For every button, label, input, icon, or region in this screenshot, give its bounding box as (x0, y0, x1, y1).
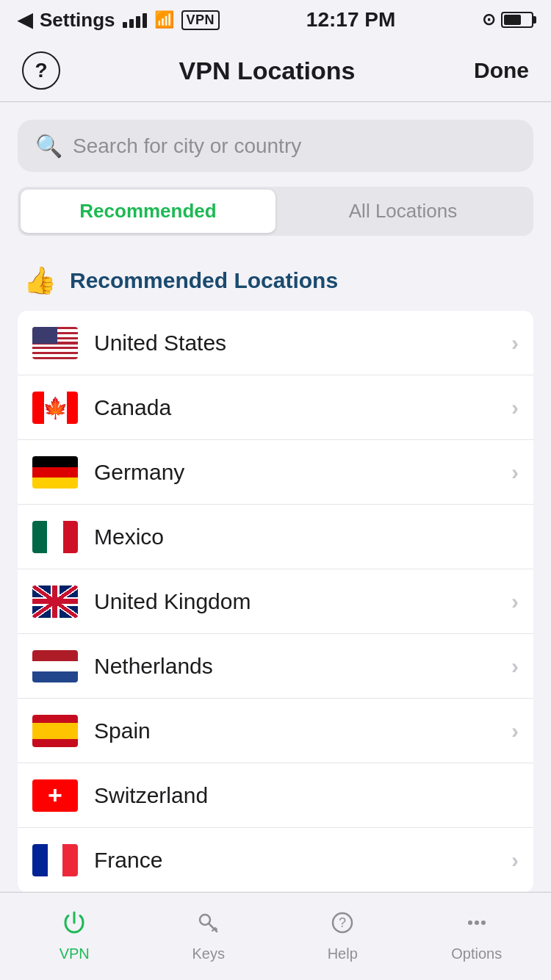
options-icon (464, 910, 489, 941)
location-item-ca[interactable]: 🍁 Canada › (18, 375, 533, 440)
tab-switcher: Recommended All Locations (18, 187, 533, 236)
chevron-right-icon: › (511, 331, 519, 356)
tab-item-keys[interactable]: Keys (142, 910, 276, 962)
location-item-gb[interactable]: United Kingdom › (18, 569, 533, 634)
chevron-right-icon: › (511, 718, 519, 743)
flag-ch-icon (32, 779, 78, 812)
tab-label-keys: Keys (192, 945, 225, 962)
tab-item-help[interactable]: ? Help (276, 910, 410, 962)
chevron-right-icon: › (511, 460, 519, 485)
country-name-mx: Mexico (94, 525, 511, 550)
signal-bars-icon (123, 12, 147, 28)
country-name-us: United States (94, 331, 511, 356)
status-time: 12:17 PM (306, 8, 395, 32)
carrier-label: Settings (40, 9, 115, 32)
battery-icon (501, 12, 533, 28)
flag-nl-icon (32, 650, 78, 682)
search-icon: 🔍 (35, 133, 62, 159)
rotation-lock-icon: ⊙ (482, 10, 495, 29)
status-bar: ◀ Settings 📶 VPN 12:17 PM ⊙ (0, 0, 551, 40)
location-item-nl[interactable]: Netherlands › (18, 634, 533, 699)
bottom-tab-bar: VPN Keys ? Help (0, 892, 551, 980)
location-item-ch[interactable]: Switzerland › (18, 763, 533, 828)
maple-leaf-icon: 🍁 (43, 395, 68, 419)
search-input[interactable]: Search for city or country (73, 134, 301, 158)
section-title: Recommended Locations (70, 268, 338, 293)
location-item-fr[interactable]: France › (18, 828, 533, 893)
flag-es-icon (32, 715, 78, 747)
power-icon (62, 910, 87, 941)
help-icon: ? (35, 59, 47, 82)
location-item-es[interactable]: Spain › (18, 699, 533, 763)
tab-label-help: Help (328, 945, 358, 962)
country-name-gb: United Kingdom (94, 589, 511, 614)
chevron-right-icon: › (511, 395, 519, 420)
wifi-icon: 📶 (154, 10, 174, 29)
flag-ca-icon: 🍁 (32, 392, 78, 424)
help-tab-icon: ? (330, 910, 355, 941)
flag-fr-icon (32, 844, 78, 876)
status-right: ⊙ (482, 10, 533, 29)
location-list: United States › 🍁 Canada › Germany › Mex… (18, 311, 533, 893)
tab-label-options: Options (451, 945, 502, 962)
nav-bar: ? VPN Locations Done (0, 40, 551, 102)
vpn-badge: VPN (181, 10, 220, 30)
tab-all-locations[interactable]: All Locations (276, 190, 530, 233)
location-item-de[interactable]: Germany › (18, 440, 533, 505)
country-name-ch: Switzerland (94, 783, 511, 808)
location-item-us[interactable]: United States › (18, 311, 533, 375)
status-left: ◀ Settings 📶 VPN (18, 9, 220, 32)
flag-gb-icon (32, 586, 78, 618)
tab-recommended[interactable]: Recommended (21, 190, 276, 233)
country-name-fr: France (94, 848, 511, 873)
section-header: 👍 Recommended Locations (18, 253, 533, 311)
done-button[interactable]: Done (474, 58, 529, 83)
flag-us-icon (32, 327, 78, 359)
thumbs-up-icon: 👍 (24, 265, 57, 296)
country-name-de: Germany (94, 460, 511, 485)
help-button[interactable]: ? (22, 51, 60, 90)
tab-label-vpn: VPN (60, 945, 90, 962)
back-arrow-icon: ◀ (18, 9, 32, 32)
svg-text:?: ? (339, 915, 346, 930)
country-name-nl: Netherlands (94, 654, 511, 679)
tab-item-options[interactable]: Options (410, 910, 544, 962)
keys-icon (196, 910, 221, 941)
chevron-right-icon: › (511, 654, 519, 679)
svg-point-5 (481, 920, 486, 925)
location-item-mx[interactable]: Mexico › (18, 505, 533, 569)
svg-point-3 (468, 920, 472, 925)
country-name-es: Spain (94, 718, 511, 743)
svg-point-4 (475, 920, 479, 925)
search-bar[interactable]: 🔍 Search for city or country (18, 120, 533, 172)
chevron-right-icon: › (511, 848, 519, 873)
country-name-ca: Canada (94, 395, 511, 420)
page-title: VPN Locations (179, 57, 356, 85)
main-content: 🔍 Search for city or country Recommended… (0, 102, 551, 980)
chevron-right-icon: › (511, 589, 519, 614)
flag-mx-icon (32, 521, 78, 553)
tab-item-vpn[interactable]: VPN (7, 910, 142, 962)
flag-de-icon (32, 456, 78, 489)
